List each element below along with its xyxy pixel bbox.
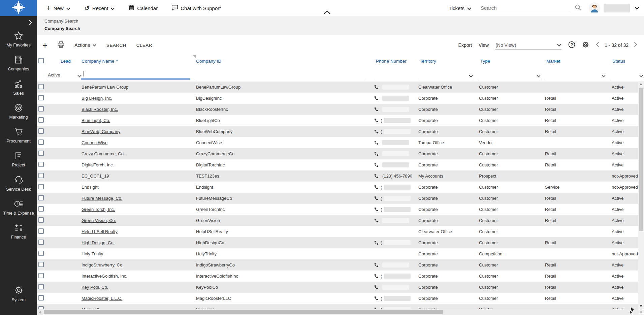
vertical-scroll-thumb[interactable] [639, 88, 643, 231]
horizontal-scrollbar[interactable] [37, 309, 638, 315]
expand-sidebar-chevron[interactable] [29, 20, 32, 27]
lead-filter-select[interactable]: Active [48, 69, 82, 79]
scroll-left-arrow[interactable] [39, 311, 41, 314]
sidebar-item-finance[interactable]: Finance [0, 220, 37, 244]
column-header-lead[interactable]: Lead [54, 59, 80, 64]
phone-icon[interactable] [374, 162, 379, 167]
app-logo[interactable] [0, 0, 37, 16]
actions-menu[interactable]: Actions [74, 42, 96, 48]
company-name-link[interactable]: IndigoStrawberry, Co. [82, 262, 124, 267]
phone-icon[interactable] [374, 129, 379, 134]
sidebar-item-companies[interactable]: Companies [0, 52, 37, 75]
phone-filter-input[interactable] [375, 69, 415, 79]
phone-icon[interactable] [374, 151, 379, 156]
company-name-link[interactable]: BenePartum Law Group [82, 85, 128, 90]
row-checkbox[interactable] [38, 217, 44, 223]
row-checkbox[interactable] [38, 173, 44, 178]
search-icon[interactable] [575, 4, 581, 12]
company-name-link[interactable]: Holy Trinity [82, 251, 103, 256]
view-select[interactable]: (No View) [495, 40, 561, 50]
phone-icon[interactable] [374, 285, 379, 290]
status-filter-select[interactable] [611, 69, 643, 79]
row-checkbox[interactable] [38, 128, 44, 134]
add-company-button[interactable]: + [42, 41, 47, 50]
column-header-market[interactable]: Market [544, 59, 610, 64]
grid-settings-gear-icon[interactable] [582, 41, 589, 50]
column-header-company-name[interactable]: Company Name^ [80, 59, 195, 64]
vertical-scrollbar[interactable] [638, 81, 644, 309]
row-checkbox[interactable] [38, 206, 44, 212]
row-checkbox[interactable] [38, 273, 44, 278]
company-name-link[interactable]: High Design, Co. [82, 240, 115, 245]
search-input[interactable] [481, 5, 570, 11]
company-name-link[interactable]: InteractiveGoldfish, Inc. [82, 274, 127, 279]
company-name-link[interactable]: Blue Light, Co. [82, 118, 110, 123]
sidebar-item-sales[interactable]: Sales [0, 76, 37, 100]
row-checkbox[interactable] [38, 117, 44, 123]
calendar-button[interactable]: Calendar [129, 5, 158, 11]
phone-icon[interactable] [374, 207, 379, 212]
row-checkbox[interactable] [38, 139, 44, 145]
company-name-link[interactable]: Crazy Commerce, Co. [82, 151, 125, 156]
phone-icon[interactable] [374, 107, 379, 112]
row-checkbox[interactable] [38, 228, 44, 234]
recent-menu[interactable]: ↺ Recent [84, 5, 115, 11]
row-checkbox[interactable] [38, 262, 44, 267]
tickets-menu[interactable]: Tickets [449, 5, 471, 11]
new-menu[interactable]: + New [46, 4, 70, 12]
company-name-filter-input[interactable] [81, 69, 190, 80]
phone-icon[interactable] [374, 85, 379, 90]
column-header-company-id[interactable]: Company ID [195, 59, 373, 64]
clear-button[interactable]: CLEAR [136, 43, 152, 48]
column-header-type[interactable]: Type [478, 59, 544, 64]
company-name-link[interactable]: ConnectWise [82, 140, 107, 145]
phone-icon[interactable] [374, 274, 379, 279]
phone-icon[interactable] [374, 218, 379, 223]
row-checkbox[interactable] [38, 195, 44, 200]
chat-support-button[interactable]: Chat with Support [172, 5, 221, 11]
sidebar-item-project[interactable]: Project [0, 148, 37, 171]
company-name-link[interactable]: BlueWeb, Company [82, 129, 120, 134]
search-button[interactable]: SEARCH [106, 43, 126, 48]
phone-icon[interactable] [374, 262, 379, 267]
company-name-link[interactable]: EC_OCT1_19 [82, 174, 109, 179]
export-button[interactable]: Export [458, 42, 472, 48]
company-name-link[interactable]: Green Torch, Inc. [82, 207, 115, 212]
company-name-link[interactable]: Future Message, Co. [82, 196, 122, 201]
row-checkbox[interactable] [38, 106, 44, 112]
row-checkbox[interactable] [38, 151, 44, 156]
breadcrumb[interactable]: Company Search [44, 19, 78, 24]
sidebar-item-service-desk[interactable]: Service Desk [0, 172, 37, 196]
help-button[interactable]: ? [568, 41, 575, 50]
collapse-header-chevron[interactable] [323, 10, 331, 16]
user-avatar[interactable] [589, 2, 600, 14]
row-checkbox[interactable] [38, 95, 44, 100]
prev-page-chevron[interactable] [596, 42, 599, 49]
row-checkbox[interactable] [38, 184, 44, 189]
phone-icon[interactable] [374, 185, 379, 190]
horizontal-scroll-thumb[interactable] [44, 310, 443, 314]
phone-icon[interactable] [374, 174, 379, 179]
chevron-down-icon[interactable] [635, 5, 639, 11]
phone-icon[interactable] [374, 96, 379, 101]
phone-icon[interactable] [374, 196, 379, 201]
market-filter-select[interactable] [545, 69, 606, 79]
company-name-link[interactable]: MagicRooster, L.L.C. [82, 296, 122, 301]
scroll-down-arrow[interactable] [640, 305, 642, 307]
next-page-chevron[interactable] [634, 42, 637, 49]
sidebar-item-marketing[interactable]: Marketing [0, 100, 37, 124]
row-checkbox[interactable] [38, 295, 44, 301]
row-checkbox[interactable] [38, 251, 44, 256]
company-name-link[interactable]: Endsight [82, 185, 99, 190]
sidebar-item-procurement[interactable]: Procurement [0, 124, 37, 148]
print-button[interactable] [58, 41, 64, 49]
row-checkbox[interactable] [38, 284, 44, 289]
phone-icon[interactable] [374, 118, 379, 123]
company-name-link[interactable]: Help-U-Sell Realty [82, 229, 118, 234]
company-name-link[interactable]: DigitalTorch, Inc. [82, 162, 114, 167]
row-checkbox[interactable] [38, 84, 44, 89]
company-name-link[interactable]: Green Vision, Co. [82, 218, 116, 223]
company-name-link[interactable]: Key Pool, Co. [82, 285, 108, 290]
row-checkbox[interactable] [38, 162, 44, 167]
company-name-link[interactable]: Black Rooster, Inc. [82, 107, 118, 112]
